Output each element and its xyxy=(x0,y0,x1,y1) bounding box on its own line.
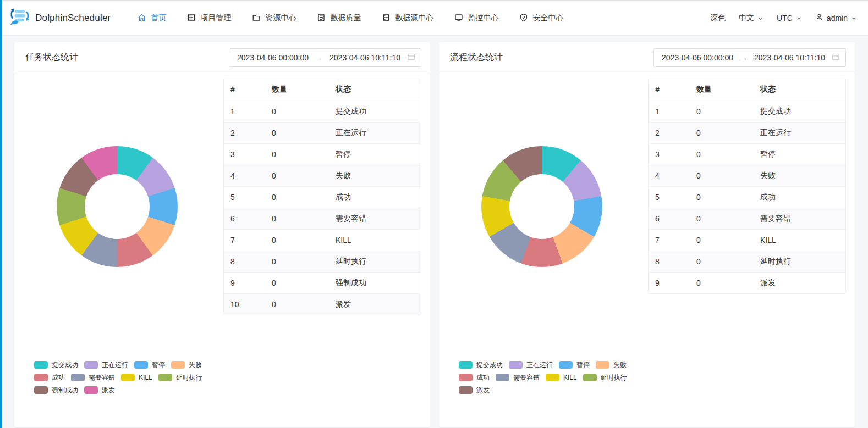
legend-item[interactable]: 失败 xyxy=(596,361,627,369)
table-cell: 0 xyxy=(265,229,329,251)
table-header-cell: 状态 xyxy=(754,79,845,101)
table-header-cell: 状态 xyxy=(329,79,421,101)
table-row: 40失败 xyxy=(649,165,845,186)
folder-icon xyxy=(252,13,261,24)
legend-item[interactable]: 提交成功 xyxy=(34,361,78,369)
user-menu[interactable]: admin xyxy=(815,13,857,23)
table-row: 20正在运行 xyxy=(224,122,421,143)
monitor-icon xyxy=(454,13,463,24)
table-cell: 0 xyxy=(690,208,754,229)
table-cell: 4 xyxy=(224,165,265,186)
legend-swatch xyxy=(459,361,473,369)
table-cell: 7 xyxy=(224,229,265,251)
nav-item-resources[interactable]: 资源中心 xyxy=(241,1,306,36)
legend-item[interactable]: 成功 xyxy=(459,374,490,381)
nav-item-projects[interactable]: 项目管理 xyxy=(177,1,241,36)
window-edge-strip xyxy=(0,0,2,428)
nav-item-monitor[interactable]: 监控中心 xyxy=(444,1,509,36)
legend-item[interactable]: 强制成功 xyxy=(34,386,78,394)
table-cell: 0 xyxy=(690,251,754,272)
legend-swatch xyxy=(496,374,509,381)
legend-item[interactable]: KILL xyxy=(546,374,577,381)
table-row: 100派发 xyxy=(224,293,421,315)
legend-label: 需要容错 xyxy=(89,374,115,381)
stats-table: #数量状态10提交成功20正在运行30暂停40失败50成功60需要容错70KIL… xyxy=(224,79,421,315)
legend-item[interactable]: 提交成功 xyxy=(459,361,503,369)
legend-label: 正在运行 xyxy=(526,361,553,369)
legend-label: 成功 xyxy=(52,374,65,381)
legend-swatch xyxy=(459,374,473,381)
table-header-cell: 数量 xyxy=(690,79,754,101)
nav-item-label: 数据质量 xyxy=(330,13,361,23)
legend-label: 失败 xyxy=(189,361,202,369)
legend-swatch xyxy=(71,374,85,381)
nav-item-datasource[interactable]: 数据源中心 xyxy=(371,1,444,36)
legend-item[interactable]: 需要容错 xyxy=(496,374,540,381)
table-cell: 0 xyxy=(265,208,329,229)
nav-item-home[interactable]: 首页 xyxy=(127,1,177,36)
legend-label: 延时执行 xyxy=(176,374,202,381)
date-range-picker[interactable]: 2023-04-06 00:00:00 → 2023-04-06 10:11:1… xyxy=(229,48,421,67)
legend-item[interactable]: KILL xyxy=(121,374,152,381)
nav-item-data-quality[interactable]: 数据质量 xyxy=(306,1,371,36)
language-select[interactable]: 中文 xyxy=(739,13,763,23)
card-header: 任务状态统计 2023-04-06 00:00:00 → 2023-04-06 … xyxy=(14,42,430,73)
dolphinscheduler-logo-icon xyxy=(9,5,32,31)
table-cell: 8 xyxy=(224,251,265,272)
card-body: #数量状态10提交成功20正在运行30暂停40失败50成功60需要容错70KIL… xyxy=(14,73,430,426)
date-start-value[interactable]: 2023-04-06 00:00:00 xyxy=(237,53,309,62)
calendar-icon xyxy=(407,53,415,63)
legend-label: 成功 xyxy=(476,374,490,381)
legend-item[interactable]: 需要容错 xyxy=(71,374,115,381)
timezone-select[interactable]: UTC xyxy=(777,14,802,23)
table-row: 80延时执行 xyxy=(224,251,421,272)
legend-item[interactable]: 派发 xyxy=(459,386,490,394)
table-row: 70KILL xyxy=(224,229,421,251)
nav-item-security[interactable]: 安全中心 xyxy=(509,1,574,36)
legend-item[interactable]: 派发 xyxy=(84,386,115,394)
table-cell: 延时执行 xyxy=(329,251,421,272)
table-cell: 0 xyxy=(265,272,329,293)
language-label: 中文 xyxy=(739,13,754,23)
topbar-right: 深色 中文 UTC admin xyxy=(710,13,857,23)
chevron-down-icon xyxy=(757,15,763,21)
datasource-icon xyxy=(382,13,391,24)
timezone-label: UTC xyxy=(777,14,793,23)
legend-item[interactable]: 成功 xyxy=(34,374,65,381)
table-cell: 2 xyxy=(649,122,690,143)
table-cell: 0 xyxy=(265,165,329,186)
table-cell: 成功 xyxy=(329,186,421,208)
table-cell: 1 xyxy=(649,101,690,122)
table-cell: 5 xyxy=(649,186,690,208)
table-row: 10提交成功 xyxy=(649,101,845,122)
table-cell: 0 xyxy=(265,101,329,122)
legend-item[interactable]: 暂停 xyxy=(134,361,165,369)
table-row: 40失败 xyxy=(224,165,421,186)
legend-label: 需要容错 xyxy=(513,374,540,381)
legend-item[interactable]: 暂停 xyxy=(559,361,590,369)
legend-item[interactable]: 延时执行 xyxy=(583,374,627,381)
legend-item[interactable]: 正在运行 xyxy=(84,361,128,369)
table-cell: 需要容错 xyxy=(329,208,421,229)
process-state-card: 流程状态统计 2023-04-06 00:00:00 → 2023-04-06 … xyxy=(439,42,855,427)
theme-toggle[interactable]: 深色 xyxy=(710,13,726,23)
legend-item[interactable]: 延时执行 xyxy=(158,374,202,381)
table-cell: 暂停 xyxy=(329,143,421,165)
legend-label: 提交成功 xyxy=(52,361,78,369)
project-icon xyxy=(187,13,196,24)
table-header-row: #数量状态 xyxy=(649,79,845,101)
table-header-cell: 数量 xyxy=(265,79,329,101)
user-icon xyxy=(815,13,823,23)
table-row: 90派发 xyxy=(649,272,845,293)
legend-item[interactable]: 失败 xyxy=(171,361,202,369)
date-end-value[interactable]: 2023-04-06 10:11:10 xyxy=(754,53,825,62)
date-range-picker[interactable]: 2023-04-06 00:00:00 → 2023-04-06 10:11:1… xyxy=(653,48,846,67)
table-cell: 派发 xyxy=(754,272,845,293)
calendar-icon xyxy=(832,53,840,63)
shield-check-icon xyxy=(519,13,528,24)
brand[interactable]: DolphinScheduler xyxy=(9,5,111,31)
date-start-value[interactable]: 2023-04-06 00:00:00 xyxy=(662,53,733,62)
card-body: #数量状态10提交成功20正在运行30暂停40失败50成功60需要容错70KIL… xyxy=(439,73,855,426)
date-end-value[interactable]: 2023-04-06 10:11:10 xyxy=(329,53,400,62)
legend-item[interactable]: 正在运行 xyxy=(509,361,553,369)
